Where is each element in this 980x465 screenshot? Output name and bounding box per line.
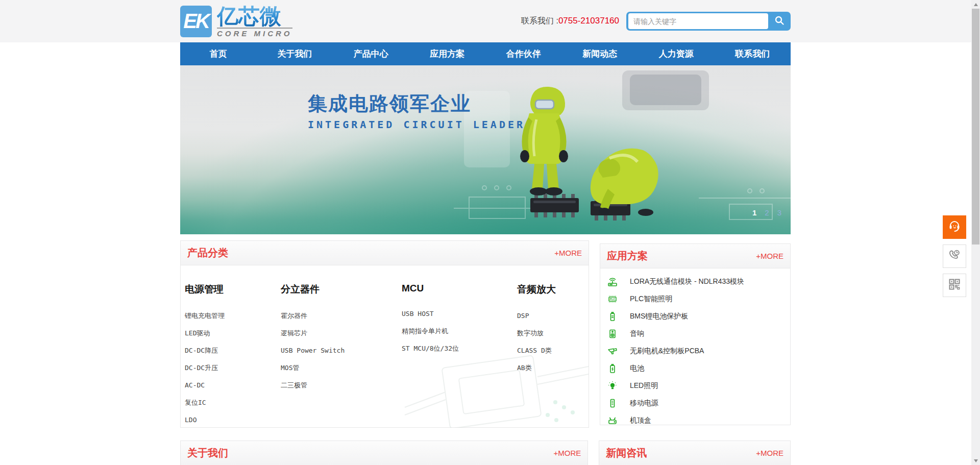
application-item[interactable]: 电池 [607, 360, 790, 377]
category-item[interactable]: DSP [517, 307, 589, 325]
product-categories-header: 产品分类 +MORE [181, 241, 589, 265]
banner-caption: 集成电路领军企业 INTEGRATED CIRCUIT LEADER [308, 91, 525, 131]
application-label: 机顶盒 [630, 416, 651, 425]
category-item[interactable]: 逻辑芯片 [281, 325, 402, 342]
category-column-power: 电源管理 锂电充电管理 LED驱动 DC-DC降压 DC-DC升压 AC-DC … [185, 283, 281, 428]
product-categories-title: 产品分类 [187, 246, 228, 260]
category-item[interactable]: MOS管 [281, 359, 402, 377]
power-bank-icon [607, 398, 618, 408]
category-item[interactable]: DC-DC升压 [185, 359, 281, 377]
category-item[interactable]: AC-DC [185, 377, 281, 394]
set-top-box-icon [607, 415, 618, 426]
banner-title: 集成电路领军企业 [308, 91, 525, 117]
category-item[interactable]: 复位IC [185, 394, 281, 411]
contact-label: 联系我们 : [521, 16, 558, 25]
logo[interactable]: EK 亿芯微 CORE MICRO [180, 5, 292, 38]
application-item[interactable]: 无刷电机&控制板PCBA [607, 342, 790, 360]
news-panel: 新闻咨讯 +MORE [599, 440, 791, 465]
nav-item-news[interactable]: 新闻动态 [562, 42, 639, 65]
banner-page-3[interactable]: 3 [777, 208, 781, 217]
nav-item-about[interactable]: 关于我们 [257, 42, 333, 65]
category-column-audio: 音频放大 DSP 数字功放 CLASS D类 AB类 [517, 283, 589, 428]
banner-page-1[interactable]: 1 [752, 208, 756, 217]
application-item[interactable]: 移动电源 [607, 395, 790, 412]
about-us-title: 关于我们 [187, 446, 228, 460]
category-item[interactable]: USB HOST [402, 305, 517, 323]
applications-header: 应用方案 +MORE [600, 244, 790, 268]
application-item[interactable]: PLC PLC智能照明 [607, 290, 790, 308]
bms-battery-icon [607, 311, 618, 322]
scrollbar-up-arrow[interactable] [971, 0, 980, 9]
plc-chip-icon: PLC [607, 294, 618, 304]
lora-module-icon [607, 277, 618, 287]
category-item[interactable]: DC-DC降压 [185, 342, 281, 359]
product-categories-panel: 产品分类 +MORE 电源管理 [180, 240, 589, 428]
nav-item-contact[interactable]: 联系我们 [715, 42, 791, 65]
search-input[interactable] [628, 13, 768, 29]
category-item[interactable]: 数字功放 [517, 325, 589, 342]
applications-more-link[interactable]: +MORE [756, 252, 783, 260]
search-button[interactable] [768, 12, 791, 31]
about-us-panel: 关于我们 +MORE [180, 440, 588, 465]
category-heading: MCU [402, 283, 517, 294]
hero-banner: 集成电路领军企业 INTEGRATED CIRCUIT LEADER 1 2 3 [180, 65, 791, 234]
application-label: LED照明 [630, 381, 658, 390]
category-heading: 音频放大 [517, 283, 589, 296]
scrollbar-thumb[interactable] [972, 9, 979, 244]
speaker-icon [607, 329, 618, 339]
main-nav: 首页 关于我们 产品中心 应用方案 合作伙伴 新闻动态 人力资源 联系我们 [180, 42, 791, 65]
led-bulb-icon [607, 381, 618, 391]
banner-subtitle: INTEGRATED CIRCUIT LEADER [308, 118, 525, 131]
category-item[interactable]: 锂电充电管理 [185, 307, 281, 325]
news-more-link[interactable]: +MORE [756, 449, 783, 457]
nav-item-products[interactable]: 产品中心 [333, 42, 409, 65]
application-item[interactable]: BMS锂电池保护板 [607, 308, 790, 325]
search-box [626, 12, 791, 31]
logo-text: 亿芯微 CORE MICRO [217, 5, 292, 38]
category-item[interactable]: 二三极管 [281, 377, 402, 394]
customer-service-icon [947, 219, 962, 235]
svg-text:PLC: PLC [610, 298, 616, 301]
application-label: 音响 [630, 329, 644, 338]
category-item[interactable]: 霍尔器件 [281, 307, 402, 325]
qr-code-button[interactable] [943, 274, 966, 297]
category-item[interactable]: CLASS D类 [517, 342, 589, 359]
application-label: LORA无线通信模块 - NDLR433模块 [630, 277, 744, 286]
application-item[interactable]: LED照明 [607, 377, 790, 395]
contact-phone: 0755-21037160 [558, 16, 619, 26]
banner-pagination: 1 2 3 [752, 208, 781, 217]
application-item[interactable]: LORA无线通信模块 - NDLR433模块 [607, 273, 790, 290]
nav-item-home[interactable]: 首页 [180, 42, 257, 65]
product-categories-more-link[interactable]: +MORE [554, 249, 582, 257]
logo-ek-mark: EK [180, 6, 212, 37]
category-heading: 分立器件 [281, 283, 402, 296]
about-us-header: 关于我们 +MORE [181, 441, 587, 465]
floating-toolbar [943, 215, 966, 297]
category-item[interactable]: ST MCU/8位/32位 [402, 340, 517, 357]
scrollbar-down-arrow[interactable] [971, 456, 980, 465]
banner-page-2[interactable]: 2 [765, 208, 769, 217]
category-item[interactable]: 精简指令单片机 [402, 323, 517, 340]
category-item[interactable]: LED驱动 [185, 325, 281, 342]
battery-icon [607, 363, 618, 374]
customer-service-button[interactable] [943, 215, 966, 239]
phone-hotline-button[interactable] [943, 244, 966, 268]
application-item[interactable]: 机顶盒 [607, 412, 790, 429]
category-item[interactable]: USB Power Switch [281, 342, 402, 359]
news-title: 新闻咨讯 [606, 446, 647, 460]
news-header: 新闻咨讯 +MORE [599, 441, 790, 465]
qr-code-icon [948, 278, 961, 293]
nav-item-partners[interactable]: 合作伙伴 [485, 42, 562, 65]
application-item[interactable]: 音响 [607, 325, 790, 342]
application-label: 电池 [630, 364, 644, 373]
contact-info: 联系我们 :0755-21037160 [521, 16, 619, 27]
category-item[interactable]: AB类 [517, 359, 589, 377]
nav-item-hr[interactable]: 人力资源 [638, 42, 715, 65]
category-item[interactable]: LDO [185, 411, 281, 428]
nav-item-solutions[interactable]: 应用方案 [409, 42, 486, 65]
about-us-more-link[interactable]: +MORE [554, 449, 581, 457]
scrollbar[interactable] [971, 0, 980, 465]
category-column-mcu: MCU USB HOST 精简指令单片机 ST MCU/8位/32位 [402, 283, 517, 428]
application-label: 移动电源 [630, 399, 658, 408]
category-column-discrete: 分立器件 霍尔器件 逻辑芯片 USB Power Switch MOS管 二三极… [281, 283, 402, 428]
